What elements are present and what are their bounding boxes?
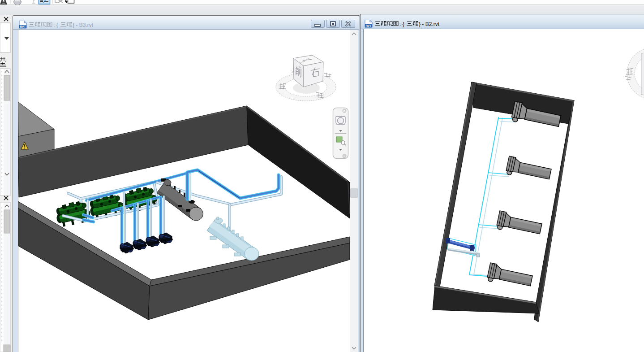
- svg-text:} - B2.rvt: } - B2.rvt: [419, 21, 440, 27]
- svg-text:: {: : {: [53, 22, 58, 28]
- svg-text:: {: : {: [399, 21, 404, 27]
- svg-text:} - B3.rvt: } - B3.rvt: [73, 22, 94, 28]
- svg-text:RVT: RVT: [366, 24, 372, 27]
- svg-text:RVT: RVT: [20, 25, 26, 28]
